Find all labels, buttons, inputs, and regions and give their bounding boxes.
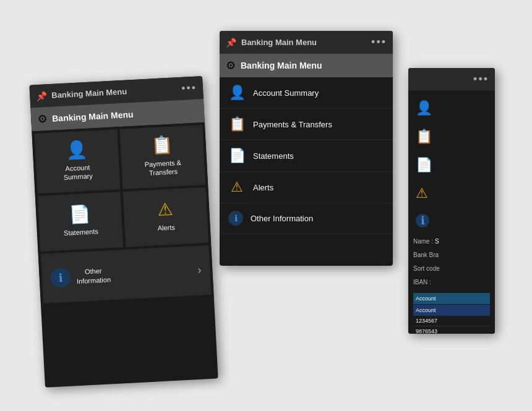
list-header-title: Banking Main Menu — [241, 61, 322, 70]
card-details: ••• 👤 📋 📄 ⚠ ℹ Name : S Bank Bra Sort cod… — [408, 68, 495, 334]
detail-alert-icon: ⚠ — [416, 185, 487, 201]
payments-transfers-icon: 📋 — [151, 137, 173, 155]
list-item-payments-transfers[interactable]: 📋 Payments & Transfers — [220, 109, 393, 140]
list-account-summary-icon: 👤 — [228, 85, 246, 101]
detail-transfer-icon: 📋 — [416, 129, 487, 145]
list-account-summary-label: Account Summary — [253, 88, 319, 98]
list-title-bar: 📌 Banking Main Menu ••• — [220, 31, 393, 54]
account-summary-label: AccountSummary — [63, 163, 93, 182]
grid-item-payments-transfers[interactable]: 📋 Payments &Transfers — [119, 125, 205, 189]
payments-transfers-label: Payments &Transfers — [144, 158, 182, 178]
field-name-label: Name : — [413, 238, 435, 245]
list-other-info-label: Other Information — [251, 214, 313, 223]
grid-header-gear-icon: ⚙ — [37, 112, 48, 126]
account-table-subheader: Account — [413, 305, 490, 316]
list-alerts-label: Alerts — [253, 183, 273, 192]
details-top-bar: ••• — [408, 68, 495, 90]
grid-item-account-summary[interactable]: 👤 AccountSummary — [34, 129, 120, 193]
card-list: 📌 Banking Main Menu ••• ⚙ Banking Main M… — [220, 31, 393, 266]
detail-fields-block: Name : S Bank Bra Sort code IBAN : — [413, 236, 490, 288]
field-name-value: S — [435, 238, 439, 245]
statements-label: Statements — [64, 227, 98, 238]
detail-person-icon: 👤 — [416, 100, 487, 116]
field-iban: IBAN : — [413, 277, 490, 288]
card-grid: 📌 Banking Main Menu ••• ⚙ Banking Main M… — [29, 76, 218, 388]
other-info-icon: ℹ — [50, 267, 71, 288]
field-sort: Sort code — [413, 263, 490, 274]
list-items-container: 👤 Account Summary 📋 Payments & Transfers… — [220, 77, 393, 234]
grid-header-title: Banking Main Menu — [52, 109, 134, 124]
grid-item-alerts[interactable]: ⚠ Alerts — [123, 187, 209, 247]
detail-statements-icon: 📄 — [416, 157, 487, 173]
list-item-account-summary[interactable]: 👤 Account Summary — [220, 77, 393, 109]
list-statements-icon: 📄 — [228, 148, 246, 164]
grid-container: 👤 AccountSummary 📋 Payments &Transfers 📄… — [32, 122, 213, 306]
details-content: 👤 📋 📄 ⚠ ℹ Name : S Bank Bra Sort code IB… — [408, 90, 495, 334]
account-summary-icon: 👤 — [66, 141, 88, 159]
list-other-info-icon: ℹ — [228, 211, 243, 226]
grid-dots-menu[interactable]: ••• — [181, 82, 197, 95]
field-branch: Bank Bra — [413, 250, 490, 261]
grid-item-other-information[interactable]: ℹ OtherInformation › — [41, 245, 212, 303]
list-item-alerts[interactable]: ⚠ Alerts — [220, 172, 393, 203]
list-dots-menu[interactable]: ••• — [371, 36, 387, 49]
grid-pin-icon: 📌 — [36, 91, 47, 101]
field-branch-label: Bank Bra — [413, 252, 439, 258]
other-info-label: OtherInformation — [76, 266, 111, 286]
list-menu-header: ⚙ Banking Main Menu — [220, 54, 393, 77]
details-icons: 👤 📋 📄 ⚠ ℹ — [413, 95, 490, 232]
alerts-label: Alerts — [157, 223, 175, 233]
list-item-statements[interactable]: 📄 Statements — [220, 140, 393, 172]
list-statements-label: Statements — [253, 151, 294, 161]
detail-info-icon: ℹ — [416, 214, 429, 227]
account-table: Account Account 1234567 9876543 3569824 — [413, 293, 490, 334]
grid-item-statements[interactable]: 📄 Statements — [38, 192, 124, 252]
list-header-gear-icon: ⚙ — [226, 59, 236, 72]
list-payments-transfers-label: Payments & Transfers — [253, 120, 332, 129]
details-dots-menu[interactable]: ••• — [473, 73, 489, 86]
list-alerts-icon: ⚠ — [228, 179, 246, 195]
list-pin-icon: 📌 — [226, 38, 236, 48]
grid-title: Banking Main Menu — [51, 84, 177, 100]
account-row-2[interactable]: 9876543 — [413, 326, 490, 334]
field-sort-label: Sort code — [413, 265, 440, 272]
account-table-header: Account — [413, 293, 490, 304]
field-name: Name : S — [413, 236, 490, 247]
account-row-1[interactable]: 1234567 — [413, 316, 490, 326]
list-item-other-information[interactable]: ℹ Other Information — [220, 203, 393, 234]
field-iban-label: IBAN : — [413, 279, 431, 286]
list-payments-transfers-icon: 📋 — [228, 116, 246, 132]
statements-icon: 📄 — [69, 205, 91, 224]
other-info-chevron-icon: › — [197, 264, 202, 277]
list-title: Banking Main Menu — [241, 38, 366, 47]
alerts-icon: ⚠ — [157, 201, 173, 219]
